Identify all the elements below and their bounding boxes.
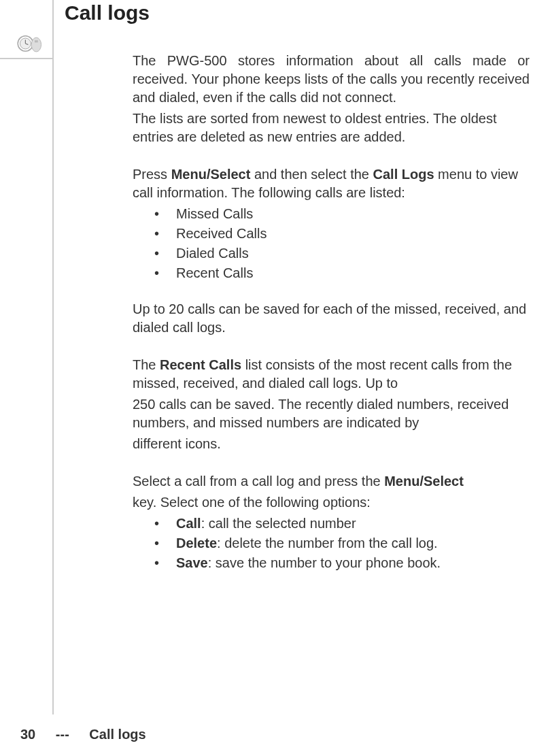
list-item: Recent Calls <box>154 264 530 282</box>
list-item: Dialed Calls <box>154 244 530 263</box>
text: Press <box>133 167 171 182</box>
text: : save the number to your phone book. <box>208 555 441 570</box>
intro-paragraph-2: The lists are sorted from newest to olde… <box>133 110 530 146</box>
svg-point-4 <box>31 37 41 52</box>
intro-paragraph-1: The PWG-500 stores information about all… <box>133 52 530 107</box>
upto-paragraph: Up to 20 calls can be saved for each of … <box>133 300 530 337</box>
call-logs-label: Call Logs <box>373 167 434 182</box>
footer-separator: --- <box>56 727 69 742</box>
list-item: Call: call the selected number <box>154 514 530 533</box>
option-delete-label: Delete <box>176 536 217 550</box>
call-types-list: Missed Calls Received Calls Dialed Calls… <box>154 205 530 282</box>
page-title: Call logs <box>65 1 530 24</box>
text: The <box>133 357 160 372</box>
clock-icon <box>15 33 44 54</box>
recent-calls-paragraph: The Recent Calls list consists of the mo… <box>133 356 530 393</box>
recent-calls-line3: different icons. <box>133 435 530 453</box>
options-list: Call: call the selected number Delete: d… <box>154 514 530 572</box>
list-item: Missed Calls <box>154 205 530 223</box>
list-item: Delete: delete the number from the call … <box>154 534 530 553</box>
text: : call the selected number <box>201 516 356 531</box>
recent-calls-line2: 250 calls can be saved. The recently dia… <box>133 395 530 432</box>
list-item: Received Calls <box>154 225 530 243</box>
menu-select-label: Menu/Select <box>384 474 464 489</box>
footer-section-label: Call logs <box>89 727 145 742</box>
recent-calls-label: Recent Calls <box>160 357 241 372</box>
page: Call logs The PWG-500 stores information… <box>0 0 550 756</box>
page-number: 30 <box>20 727 35 742</box>
text: : delete the number from the call log. <box>217 536 438 550</box>
page-footer: 30 --- Call logs <box>20 727 162 742</box>
content-area: Call logs The PWG-500 stores information… <box>65 0 530 574</box>
text: and then select the <box>250 167 373 182</box>
text: Select a call from a call log and press … <box>133 474 384 489</box>
select-instruction-line2: key. Select one of the following options… <box>133 493 530 512</box>
option-save-label: Save <box>176 555 208 570</box>
select-instruction-line1: Select a call from a call log and press … <box>133 472 530 491</box>
margin-line-vertical <box>52 0 54 714</box>
option-call-label: Call <box>176 516 201 531</box>
margin-line-horizontal <box>0 58 52 59</box>
press-instruction: Press Menu/Select and then select the Ca… <box>133 165 530 202</box>
list-item: Save: save the number to your phone book… <box>154 554 530 572</box>
menu-select-label: Menu/Select <box>171 167 251 182</box>
body-text: The PWG-500 stores information about all… <box>133 52 530 572</box>
svg-rect-5 <box>35 40 38 42</box>
